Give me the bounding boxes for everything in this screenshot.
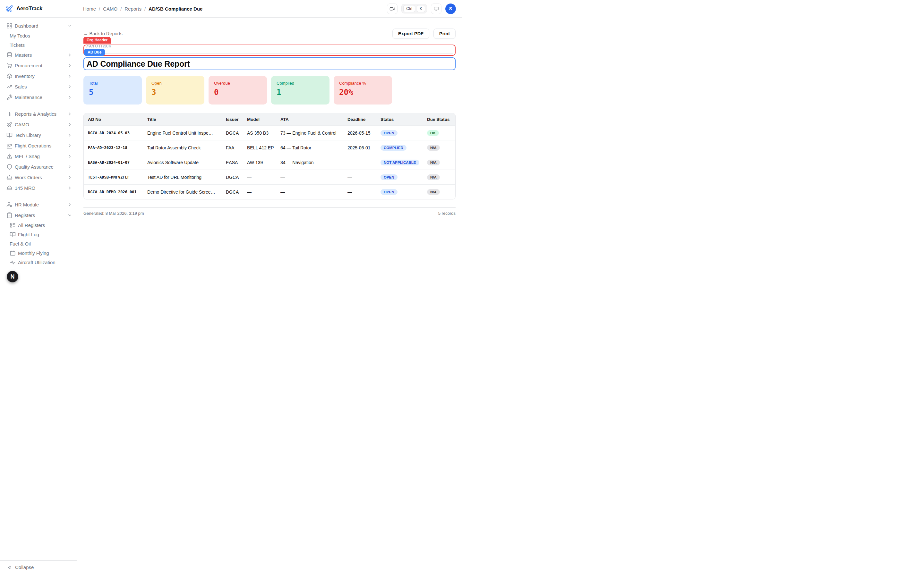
breadcrumb-link-home[interactable]: Home — [83, 6, 96, 11]
status-badge: OPEN — [381, 174, 397, 180]
back-to-reports-link[interactable]: ← Back to Reports — [83, 31, 123, 36]
display-button[interactable] — [431, 3, 441, 14]
card-value: 3 — [152, 88, 199, 97]
sidebar-item-aircraft-utilization[interactable]: Aircraft Utilization — [0, 258, 77, 267]
plane-takeoff-icon — [6, 143, 13, 149]
summary-card-compliance: Compliance %20% — [334, 76, 392, 105]
cell-ad-no: FAA-AD-2023-12-18 — [84, 145, 147, 150]
card-label: Compliance % — [339, 81, 387, 85]
due-status-badge: N/A — [427, 174, 440, 180]
table-body: DGCA-AD-2024-05-03Engine Fuel Control Un… — [84, 125, 455, 199]
table-row[interactable]: DGCA-AD-DEMO-2026-001Demo Directive for … — [84, 184, 455, 199]
sidebar-item-label: Quality Assurance — [15, 164, 53, 169]
sidebar-item-label: Masters — [15, 52, 32, 58]
sidebar-item-registers[interactable]: Registers — [0, 210, 77, 221]
topbar: Home/CAMO/Reports/AD/SB Compliance Due C… — [77, 0, 462, 18]
org-header-box: AeroTrack — [83, 45, 456, 56]
sidebar-item-label: Fuel & Oil — [10, 241, 31, 247]
cell-ata: — — [280, 175, 347, 180]
sidebar-item-maintenance[interactable]: Maintenance — [0, 92, 77, 103]
sidebar-item-145-mro[interactable]: 145 MRO — [0, 183, 77, 193]
breadcrumb-link-camo[interactable]: CAMO — [103, 6, 118, 11]
cell-status: OPEN — [381, 174, 427, 180]
book-icon — [6, 132, 13, 138]
cell-ata: 73 — Engine Fuel & Control — [280, 131, 347, 135]
sidebar-item-reports-analytics[interactable]: Reports & Analytics — [0, 109, 77, 119]
cell-issuer: DGCA — [226, 189, 247, 195]
due-status-badge: N/A — [427, 145, 440, 151]
sidebar-item-inventory[interactable]: Inventory — [0, 71, 77, 81]
card-value: 5 — [89, 88, 136, 97]
sidebar-item-quality-assurance[interactable]: Quality Assurance — [0, 161, 77, 172]
table-row[interactable]: TEST-ADSB-MMFVZFLFTest AD for URL Monito… — [84, 169, 455, 184]
sidebar-item-flight-operations[interactable]: Flight Operations — [0, 140, 77, 151]
due-status-badge: OK — [427, 130, 439, 136]
sidebar-item-label: Tickets — [10, 42, 25, 48]
sidebar-item-procurement[interactable]: Procurement — [0, 60, 77, 71]
report-preview: Org Header AeroTrack AD Due AD Complianc… — [83, 37, 456, 70]
breadcrumb-separator: / — [120, 6, 121, 11]
cell-status: NOT APPLICABLE — [381, 160, 427, 165]
sidebar-item-mel-snag[interactable]: MEL / Snag — [0, 151, 77, 161]
sidebar-item-label: Dashboard — [15, 23, 38, 29]
sidebar-nav: DashboardMy TodosTicketsMastersProcureme… — [0, 18, 77, 288]
generated-timestamp: Generated: 8 Mar 2026, 3:19 pm — [83, 211, 144, 216]
sidebar-item-tech-library[interactable]: Tech Library — [0, 130, 77, 140]
cell-issuer: DGCA — [226, 175, 247, 180]
cell-ad-no: DGCA-AD-DEMO-2026-001 — [84, 190, 147, 194]
chevron-right-icon — [67, 53, 72, 57]
ad-due-badge: AD Due — [84, 49, 105, 56]
page-title: AD Compliance Due Report — [87, 59, 190, 69]
sidebar-item-hr-module[interactable]: HR Module — [0, 199, 77, 210]
book-icon — [10, 231, 16, 237]
sidebar-item-tickets[interactable]: Tickets — [0, 40, 77, 50]
table-row[interactable]: DGCA-AD-2024-05-03Engine Fuel Control Un… — [84, 125, 455, 140]
sidebar-item-camo[interactable]: CAMO — [0, 119, 77, 130]
sidebar-item-label: All Registers — [18, 222, 45, 228]
summary-cards: Total5Open3Overdue0Complied1Compliance %… — [83, 76, 456, 105]
nextjs-dev-badge[interactable]: N — [7, 271, 18, 282]
table-row[interactable]: FAA-AD-2023-12-18Tail Rotor Assembly Che… — [84, 140, 455, 155]
cell-status: OPEN — [381, 189, 427, 195]
database-icon — [6, 52, 13, 58]
wrench-icon — [6, 94, 13, 100]
sidebar-item-label: Monthly Flying — [18, 250, 49, 256]
sidebar: AeroTrack DashboardMy TodosTicketsMaster… — [0, 0, 77, 288]
cell-due-status: N/A — [427, 174, 455, 180]
screen-record-button[interactable] — [387, 3, 397, 14]
record-count: 5 records — [438, 211, 456, 216]
column-header-ata: ATA — [280, 117, 347, 122]
brand[interactable]: AeroTrack — [0, 0, 77, 18]
sidebar-item-masters[interactable]: Masters — [0, 50, 77, 60]
chevron-right-icon — [67, 185, 72, 190]
cell-title: Test AD for URL Monitoring — [147, 175, 226, 180]
command-palette-shortcut[interactable]: Ctrl K — [401, 4, 427, 13]
sidebar-item-monthly-flying[interactable]: Monthly Flying — [0, 248, 77, 258]
status-badge: OPEN — [381, 189, 397, 195]
status-badge: COMPLIED — [381, 145, 407, 151]
table-row[interactable]: EASA-AD-2024-01-07Avionics Software Upda… — [84, 155, 455, 169]
sidebar-item-label: Inventory — [15, 73, 35, 79]
monitor-icon — [433, 6, 439, 11]
chevron-right-icon — [67, 122, 72, 127]
sidebar-item-fuel-oil[interactable]: Fuel & Oil — [0, 239, 77, 248]
breadcrumb-link-reports[interactable]: Reports — [124, 6, 142, 11]
layout-list-icon — [10, 222, 16, 228]
calendar-icon — [10, 250, 16, 256]
sidebar-item-all-registers[interactable]: All Registers — [0, 221, 77, 230]
report-title-box: AD Compliance Due Report — [83, 57, 456, 70]
sidebar-item-label: Sales — [15, 84, 27, 89]
cell-status: COMPLIED — [381, 145, 427, 151]
sidebar-item-sales[interactable]: Sales — [0, 81, 77, 92]
column-header-title: Title — [147, 117, 226, 122]
sidebar-item-work-orders[interactable]: Work Orders — [0, 172, 77, 183]
sidebar-item-label: Reports & Analytics — [15, 111, 57, 117]
cell-model: AS 350 B3 — [247, 131, 280, 135]
sidebar-item-flight-log[interactable]: Flight Log — [0, 230, 77, 239]
user-avatar[interactable]: S — [445, 3, 456, 14]
chevron-right-icon — [67, 74, 72, 79]
card-label: Overdue — [214, 81, 262, 85]
cell-model: AW 139 — [247, 160, 280, 165]
sidebar-item-dashboard[interactable]: Dashboard — [0, 21, 77, 31]
sidebar-item-my-todos[interactable]: My Todos — [0, 31, 77, 40]
